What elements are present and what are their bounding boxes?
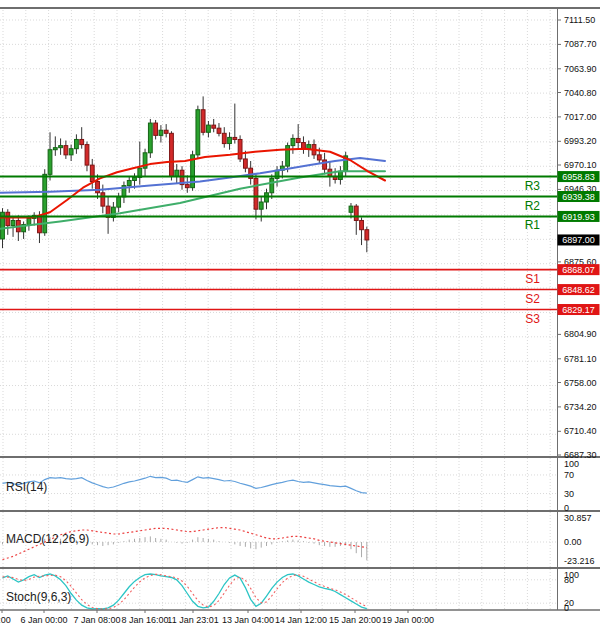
candle-body	[354, 206, 358, 220]
candle-body	[164, 130, 168, 133]
candle-body	[196, 110, 200, 155]
level-badge-S1: 6868.07	[558, 264, 600, 275]
candle-body	[175, 170, 179, 176]
candle-body	[53, 148, 57, 150]
price-axis-label: 7017.00	[564, 112, 597, 122]
candle-body	[127, 180, 131, 185]
time-axis-label: 15 Jan 20:00	[329, 615, 381, 625]
candle	[43, 169, 47, 236]
level-badge-R2-text: 6939.38	[562, 192, 595, 202]
macd-scale-label: -23.216	[564, 556, 595, 566]
candle-body	[317, 155, 321, 160]
candle-body	[365, 230, 369, 240]
current-price-badge: 6897.00	[558, 234, 600, 245]
price-axis-label: 7087.70	[564, 39, 597, 49]
candle-body	[222, 133, 226, 143]
rsi-scale-label: 30	[564, 489, 574, 499]
level-badge-R1: 6919.93	[558, 211, 600, 222]
candle-body	[217, 128, 221, 133]
candle-body	[238, 139, 242, 158]
level-badge-R3: 6958.83	[558, 171, 600, 182]
candle-body	[339, 171, 343, 179]
time-axis-label: 8 Jan 16:00	[121, 615, 168, 625]
level-badge-S3: 6829.17	[558, 304, 600, 315]
chart-background	[0, 0, 600, 634]
candle	[170, 131, 174, 180]
stoch-panel-label: Stoch(9,6,3)	[6, 590, 71, 604]
candle-body	[80, 139, 84, 144]
level-label-S2: S2	[525, 292, 540, 306]
candle-body	[101, 193, 105, 206]
price-axis-label: 6804.90	[564, 329, 597, 339]
level-label-R1: R1	[525, 218, 540, 232]
candle-body	[170, 133, 174, 176]
candle-body	[159, 130, 163, 135]
level-badge-R1-text: 6919.93	[562, 212, 595, 222]
level-badge-S1-text: 6868.07	[562, 265, 595, 275]
candle-body	[291, 138, 295, 145]
rsi-scale-label: 0	[564, 503, 569, 513]
price-axis-label: 7063.90	[564, 64, 597, 74]
time-axis-label: 7 Jan 08:00	[73, 615, 120, 625]
candle-body	[85, 145, 89, 166]
candle-body	[75, 139, 79, 148]
price-axis-label: 6993.20	[564, 136, 597, 146]
candle-body	[228, 137, 232, 143]
candle-body	[117, 197, 121, 207]
time-axis-label: 11 Jan 23:01	[167, 615, 218, 625]
level-badge-S2: 6848.62	[558, 284, 600, 295]
candle-body	[233, 137, 237, 139]
stoch-scale-label: 0	[564, 603, 569, 613]
time-axis-label: 6 Jan 00:00	[20, 615, 67, 625]
level-label-S3: S3	[525, 312, 540, 326]
macd-scale-label: 30.857	[564, 513, 592, 523]
candle	[191, 151, 195, 191]
chart-canvas[interactable]: 7111.507087.707063.907040.807017.006993.…	[0, 0, 600, 634]
candle-body	[185, 185, 189, 188]
price-axis-label: 6970.10	[564, 160, 597, 170]
candle-body	[201, 110, 205, 133]
candle-body	[207, 125, 211, 132]
candle-body	[148, 123, 152, 153]
macd-panel-label: MACD(12,26,9)	[6, 532, 89, 546]
level-label-R2: R2	[525, 199, 540, 213]
trading-chart-window: 7111.507087.707063.907040.807017.006993.…	[0, 0, 600, 634]
level-badge-R2: 6939.38	[558, 191, 600, 202]
time-axis-label: 19 Jan 00:00	[382, 615, 434, 625]
candle-body	[212, 125, 216, 128]
candle-body	[296, 138, 300, 142]
candle-body	[270, 178, 274, 192]
price-axis-label: 6710.40	[564, 426, 597, 436]
candle-body	[349, 206, 353, 212]
candle-body	[154, 123, 158, 135]
candle-body	[323, 160, 327, 169]
candle-body	[64, 146, 68, 155]
level-badge-S2-text: 6848.62	[562, 285, 595, 295]
level-badge-S3-text: 6829.17	[562, 305, 595, 315]
candle-body	[27, 218, 31, 224]
price-axis-label: 6758.00	[564, 378, 597, 388]
candle-body	[69, 149, 73, 155]
candle-body	[11, 220, 15, 225]
macd-scale-label: 0.00	[564, 537, 582, 547]
rsi-scale-label: 70	[564, 470, 574, 480]
level-label-R3: R3	[525, 179, 540, 193]
candle-body	[48, 150, 52, 175]
candle-body	[259, 202, 263, 209]
level-badge-R3-text: 6958.83	[562, 172, 595, 182]
rsi-scale-label: 100	[564, 459, 579, 469]
price-axis-label: 7040.80	[564, 88, 597, 98]
price-axis-label: 6734.20	[564, 402, 597, 412]
candle-body	[243, 159, 247, 168]
candle-body	[96, 182, 100, 193]
candle	[196, 106, 200, 159]
price-axis-label: 7111.50	[564, 15, 595, 25]
rsi-panel-label: RSI(14)	[6, 480, 47, 494]
candle	[148, 119, 152, 158]
price-axis-label: 6781.10	[564, 354, 597, 364]
candle-body	[6, 212, 10, 225]
candle-body	[133, 177, 137, 180]
candle-body	[254, 178, 258, 209]
candle	[238, 135, 242, 162]
time-axis-label: 14 Jan 12:00	[275, 615, 327, 625]
